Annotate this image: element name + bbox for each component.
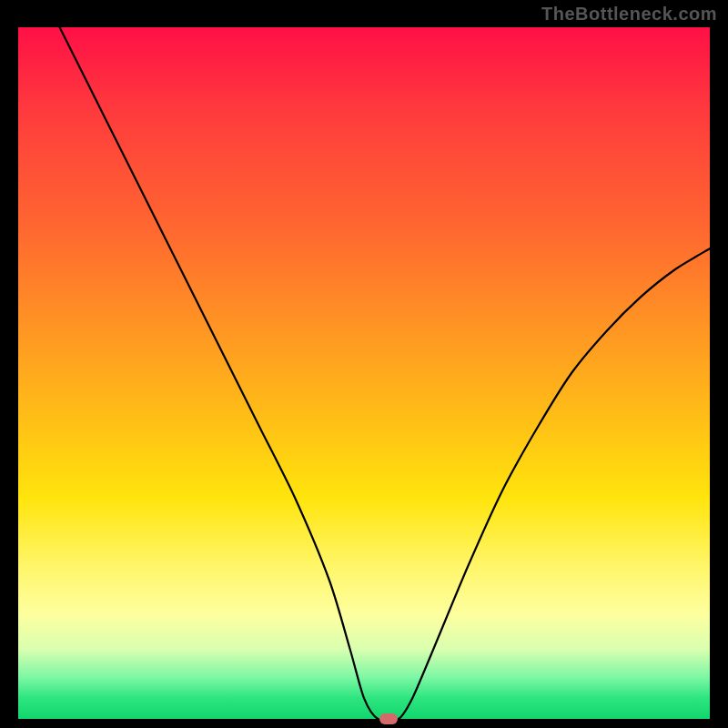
chart-frame: TheBottleneck.com <box>0 0 728 728</box>
bottleneck-curve <box>18 27 710 719</box>
watermark-text: TheBottleneck.com <box>541 4 717 25</box>
optimal-marker <box>379 713 398 724</box>
plot-area <box>18 27 710 719</box>
